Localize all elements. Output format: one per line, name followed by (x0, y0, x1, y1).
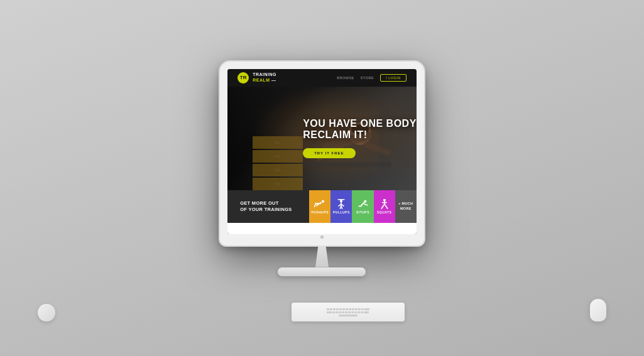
key (342, 311, 344, 313)
training-item-more[interactable]: + MUCH MORE (395, 190, 417, 223)
hero-content: YOU HAVE ONE BODY RECLAIM IT! TRY IT FRE… (303, 118, 417, 158)
squats-icon (378, 199, 391, 209)
mouse (590, 299, 606, 321)
key (346, 308, 348, 310)
navbar: TR TRAININGREALM — BROWSE STORE I LOGIN (227, 69, 417, 87)
key (345, 311, 347, 313)
pushups-label: PUSHUPS (311, 210, 329, 214)
keyboard-row-2 (327, 311, 369, 313)
svg-line-10 (315, 203, 316, 207)
training-items: PUSHUPS (309, 190, 417, 223)
monitor-stand (278, 245, 366, 276)
key (336, 308, 339, 310)
svg-line-16 (341, 206, 342, 208)
key (361, 311, 363, 313)
svg-rect-6 (303, 162, 391, 167)
key (364, 308, 369, 310)
key (364, 311, 369, 313)
logo-text: TRAININGREALM — (253, 72, 276, 83)
key (342, 308, 345, 310)
monitor-chin-dot (320, 235, 324, 239)
training-item-pushups[interactable]: PUSHUPS (309, 190, 330, 223)
key (351, 311, 354, 313)
situps-icon (357, 199, 369, 209)
keyboard-row-3 (339, 315, 357, 316)
key (358, 308, 361, 310)
key (330, 308, 332, 310)
svg-line-26 (385, 204, 386, 207)
key (354, 311, 357, 313)
training-item-situps[interactable]: SITUPS (352, 190, 373, 223)
key (357, 311, 360, 313)
nav-right: BROWSE STORE I LOGIN (337, 74, 406, 82)
login-button[interactable]: I LOGIN (380, 74, 407, 82)
nav-link-store[interactable]: STORE (361, 76, 374, 80)
key (348, 311, 351, 313)
logo-area: TR TRAININGREALM — (237, 72, 276, 84)
squats-label: SQUATS (377, 210, 391, 214)
key (339, 311, 341, 313)
bottom-white-section (227, 223, 417, 234)
keyboard-row-1 (327, 308, 369, 310)
nav-link-browse[interactable]: BROWSE (337, 76, 354, 80)
accessories (0, 299, 644, 321)
situps-label: SITUPS (356, 210, 369, 214)
key (352, 308, 354, 310)
pullups-icon (335, 199, 347, 209)
key (355, 308, 357, 310)
key (327, 311, 332, 313)
training-headline: GET MORE OUT OF YOUR TRAININGS (240, 200, 292, 213)
monitor-bezel: TR TRAININGREALM — BROWSE STORE I LOGIN (220, 62, 424, 245)
training-strip: GET MORE OUT OF YOUR TRAININGS (227, 190, 417, 223)
website: TR TRAININGREALM — BROWSE STORE I LOGIN (227, 69, 417, 234)
key (349, 308, 351, 310)
svg-line-21 (364, 204, 367, 205)
spacebar (339, 315, 357, 316)
pullups-label: PULLUPS (333, 210, 350, 214)
svg-line-28 (386, 207, 388, 208)
monitor-screen: TR TRAININGREALM — BROWSE STORE I LOGIN (227, 69, 417, 234)
stand-base (278, 267, 366, 276)
monitor-chin (227, 234, 417, 240)
key (339, 308, 342, 310)
more-label: + MUCH MORE (395, 202, 417, 210)
training-item-pullups[interactable]: PULLUPS (330, 190, 352, 223)
svg-line-27 (381, 207, 383, 208)
small-speaker (38, 304, 55, 321)
training-label: GET MORE OUT OF YOUR TRAININGS (227, 190, 309, 223)
key (327, 308, 329, 310)
key (332, 311, 335, 313)
pushups-icon (314, 199, 326, 209)
scene: TR TRAININGREALM — BROWSE STORE I LOGIN (0, 0, 644, 356)
stand-neck (312, 245, 331, 267)
svg-point-7 (322, 200, 324, 202)
keyboard (292, 303, 405, 321)
key (361, 308, 364, 310)
hero-title: YOU HAVE ONE BODY RECLAIM IT! (303, 118, 417, 140)
hero-cta-button[interactable]: TRY IT FREE (303, 148, 355, 158)
key (333, 308, 336, 310)
logo-icon: TR (237, 72, 249, 84)
key (336, 311, 338, 313)
training-item-squats[interactable]: SQUATS (374, 190, 395, 223)
hero-section: 50 50 50 50 (227, 87, 417, 190)
